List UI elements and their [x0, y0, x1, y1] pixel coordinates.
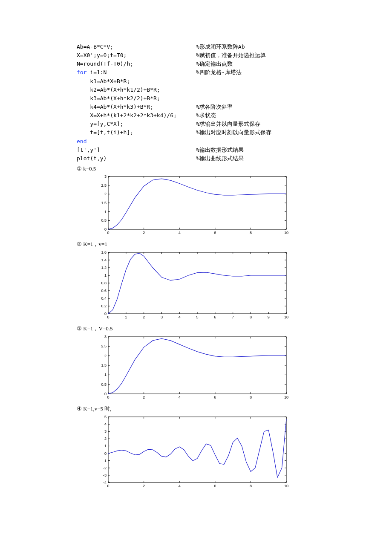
chart-3: 024681000.511.522.53: [94, 333, 315, 402]
code-line: end: [77, 137, 315, 146]
code-line: y=[y,C*X];%求输出并以向量形式保存: [77, 120, 315, 128]
svg-text:0: 0: [104, 312, 107, 316]
svg-text:2: 2: [104, 192, 107, 196]
svg-text:2.5: 2.5: [101, 344, 107, 348]
svg-text:4: 4: [179, 315, 181, 319]
caption-2: ② K=1，v=1: [77, 240, 315, 248]
caption-4: ④ K=1,v=5 时,: [77, 405, 315, 413]
code-block: Ab=A-B*C*V;%形成闭环系数阵AbX=X0';y=0;t=T0;%赋初值…: [77, 43, 315, 163]
svg-text:3: 3: [104, 174, 107, 179]
svg-text:4: 4: [104, 422, 107, 426]
svg-text:2: 2: [104, 436, 107, 441]
svg-text:6: 6: [214, 315, 216, 319]
svg-text:-2: -2: [103, 466, 107, 470]
svg-text:1.4: 1.4: [101, 258, 107, 262]
svg-text:7: 7: [232, 315, 234, 319]
svg-text:4: 4: [179, 484, 181, 488]
svg-text:-4: -4: [103, 480, 107, 485]
svg-text:0: 0: [107, 231, 109, 235]
svg-text:8: 8: [250, 231, 252, 235]
svg-text:8: 8: [250, 395, 252, 399]
caption-3: ③ K=1，V=0.5: [77, 325, 315, 332]
svg-text:0.6: 0.6: [101, 289, 107, 293]
svg-text:5: 5: [196, 315, 198, 319]
chart-4: 0246810-4-3-2-1012345: [94, 413, 315, 490]
svg-text:2: 2: [143, 315, 145, 319]
svg-text:0.4: 0.4: [101, 296, 107, 301]
svg-text:2: 2: [143, 231, 145, 235]
svg-text:5: 5: [104, 415, 107, 419]
svg-text:8: 8: [250, 315, 252, 319]
svg-text:10: 10: [284, 315, 288, 319]
svg-text:2: 2: [143, 484, 145, 488]
svg-text:3: 3: [104, 335, 107, 339]
svg-text:-3: -3: [103, 473, 107, 477]
svg-text:0: 0: [107, 315, 109, 319]
code-line: N=round(Tf-T0)/h;%确定输出点数: [77, 60, 315, 68]
svg-text:2.5: 2.5: [101, 183, 107, 188]
chart-1: 024681000.511.522.53: [94, 173, 315, 237]
svg-text:0.2: 0.2: [101, 304, 107, 308]
svg-rect-101: [108, 337, 286, 394]
svg-text:1: 1: [104, 444, 107, 448]
code-line: t=[t,t(i)+h];%输出对应时刻以向量形式保存: [77, 128, 315, 137]
svg-text:3: 3: [161, 315, 163, 319]
code-line: k3=Ab*(X+h*k2/2)+B*R;: [77, 94, 315, 103]
svg-text:10: 10: [284, 395, 288, 399]
svg-text:1.5: 1.5: [101, 363, 107, 367]
code-line: X=X+h*(k1+2*k2+2*k3+k4)/6;%求状态: [77, 111, 315, 120]
svg-text:1: 1: [104, 273, 107, 278]
svg-text:1.2: 1.2: [101, 266, 107, 270]
code-line: Ab=A-B*C*V;%形成闭环系数阵Ab: [77, 43, 315, 51]
caption-1: ① k=0.5: [77, 165, 315, 172]
code-line: k4=Ab*(X+h*k3)+B*R;%求各阶次斜率: [77, 103, 315, 111]
svg-text:2: 2: [143, 395, 145, 399]
svg-text:1.6: 1.6: [101, 250, 107, 254]
svg-text:0: 0: [104, 227, 107, 231]
svg-text:1.5: 1.5: [101, 201, 107, 205]
svg-rect-40: [108, 252, 286, 314]
svg-text:0: 0: [104, 451, 107, 456]
svg-text:1: 1: [104, 210, 107, 214]
svg-text:2: 2: [104, 354, 107, 358]
code-line: X=X0';y=0;t=T0;%赋初值，准备开始递推运算: [77, 51, 315, 60]
code-line: [t',y']%输出数据形式结果: [77, 146, 315, 154]
svg-text:0: 0: [104, 392, 107, 396]
svg-text:10: 10: [284, 231, 288, 235]
svg-text:4: 4: [179, 231, 181, 235]
chart-2: 01234567891000.20.40.60.811.21.41.6: [94, 249, 315, 321]
svg-rect-0: [108, 176, 286, 229]
svg-text:6: 6: [214, 395, 216, 399]
svg-text:8: 8: [250, 484, 252, 488]
svg-text:6: 6: [214, 231, 216, 235]
svg-text:0.5: 0.5: [101, 382, 107, 387]
svg-text:0: 0: [107, 484, 109, 488]
svg-text:0: 0: [107, 395, 109, 399]
code-line: plot(t,y)%输出曲线形式结果: [77, 154, 315, 163]
svg-text:9: 9: [268, 315, 270, 319]
svg-text:1: 1: [104, 373, 107, 377]
svg-text:3: 3: [104, 429, 107, 434]
svg-text:0.5: 0.5: [101, 218, 107, 223]
code-line: for i=1:N%四阶龙格-库塔法: [77, 68, 315, 77]
svg-text:6: 6: [214, 484, 216, 488]
svg-text:4: 4: [179, 395, 181, 399]
svg-text:-1: -1: [103, 459, 107, 463]
svg-text:0.8: 0.8: [101, 281, 107, 285]
code-line: k1=Ab*X+B*R;: [77, 77, 315, 86]
code-line: k2=Ab*(X+h*k1/2)+B*R;: [77, 86, 315, 94]
svg-text:10: 10: [284, 484, 288, 488]
svg-text:1: 1: [125, 315, 127, 319]
